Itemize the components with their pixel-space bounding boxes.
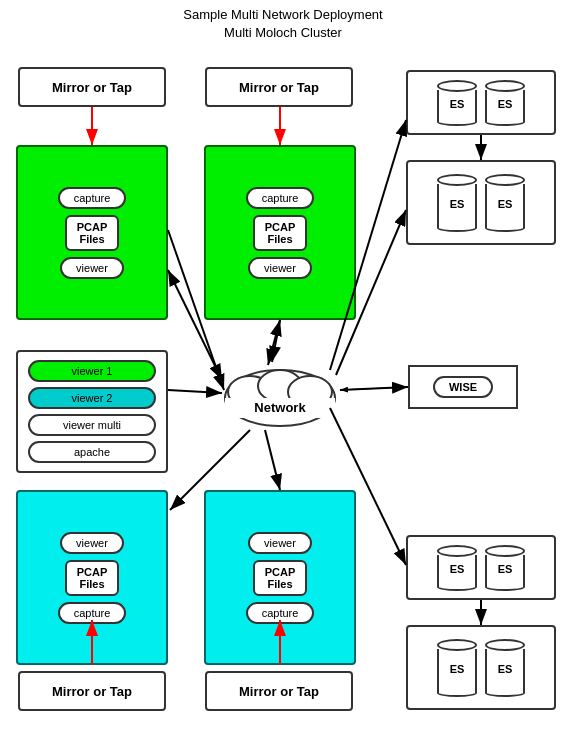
viewer2-label: viewer 2 — [28, 387, 156, 409]
cyl-top-5 — [437, 545, 477, 557]
cyl-bottom-8 — [485, 689, 525, 697]
cyl-body-8: ES — [485, 649, 525, 691]
viewers-box: viewer 1 viewer 2 viewer multi apache — [16, 350, 168, 473]
cyl-bottom-3 — [437, 224, 477, 232]
svg-line-21 — [265, 430, 280, 490]
viewer-label-green-left: viewer — [60, 257, 124, 279]
page-title: Sample Multi Network Deployment Multi Mo… — [0, 0, 566, 42]
svg-line-26 — [268, 320, 280, 365]
pcap-label-cyan-center: PCAPFiles — [253, 560, 308, 596]
cyl-body-7: ES — [437, 649, 477, 691]
capture-label-green-left: capture — [58, 187, 127, 209]
cyl-body-2: ES — [485, 90, 525, 120]
viewer-multi-label: viewer multi — [28, 414, 156, 436]
es-cylinder-5: ES — [437, 545, 477, 591]
pcap-label-green-center: PCAPFiles — [253, 215, 308, 251]
cyl-top-8 — [485, 639, 525, 651]
capture-label-cyan-left: capture — [58, 602, 127, 624]
mirror-bottom-center: Mirror or Tap — [205, 671, 353, 711]
cyl-top-7 — [437, 639, 477, 651]
es-cylinder-8: ES — [485, 639, 525, 697]
green-box-center: capture PCAPFiles viewer — [204, 145, 356, 320]
cyl-top — [437, 80, 477, 92]
cyan-box-center: viewer PCAPFiles capture — [204, 490, 356, 665]
cyl-bottom-2 — [485, 118, 525, 126]
es-cylinder-1: ES — [437, 80, 477, 126]
cyl-body-4: ES — [485, 184, 525, 226]
cyl-bottom-7 — [437, 689, 477, 697]
cyl-top-3 — [437, 174, 477, 186]
cyl-body-3: ES — [437, 184, 477, 226]
viewer-label-cyan-left: viewer — [60, 532, 124, 554]
mirror-top-left: Mirror or Tap — [18, 67, 166, 107]
cyl-bottom-5 — [437, 583, 477, 591]
es-group-bottom-right-bottom: ES ES — [406, 625, 556, 710]
cyl-body: ES — [437, 90, 477, 120]
es-cylinder-4: ES — [485, 174, 525, 232]
apache-label: apache — [28, 441, 156, 463]
mirror-top-center: Mirror or Tap — [205, 67, 353, 107]
es-cylinder-6: ES — [485, 545, 525, 591]
cyl-body-5: ES — [437, 555, 477, 585]
cyl-top-4 — [485, 174, 525, 186]
mirror-bottom-left: Mirror or Tap — [18, 671, 166, 711]
svg-text:Network: Network — [254, 400, 306, 415]
viewer1-label: viewer 1 — [28, 360, 156, 382]
es-cylinder-7: ES — [437, 639, 477, 697]
es-group-bottom-right-top: ES ES — [406, 535, 556, 600]
svg-line-14 — [272, 320, 280, 362]
wise-box: WISE — [408, 365, 518, 409]
green-box-left: capture PCAPFiles viewer — [16, 145, 168, 320]
cyl-bottom-4 — [485, 224, 525, 232]
svg-line-15 — [168, 390, 222, 393]
es-cylinder-2: ES — [485, 80, 525, 126]
es-group-top-right: ES ES — [406, 70, 556, 135]
cyl-body-6: ES — [485, 555, 525, 585]
wise-label: WISE — [433, 376, 493, 398]
svg-line-16 — [340, 387, 408, 390]
svg-line-17 — [340, 387, 408, 390]
viewer-label-green-center: viewer — [248, 257, 312, 279]
cyl-bottom-6 — [485, 583, 525, 591]
network-cloud: Network — [220, 360, 340, 430]
cyl-bottom — [437, 118, 477, 126]
es-group-mid-right: ES ES — [406, 160, 556, 245]
pcap-label-cyan-left: PCAPFiles — [65, 560, 120, 596]
cyl-top-6 — [485, 545, 525, 557]
viewer-label-cyan-center: viewer — [248, 532, 312, 554]
pcap-label-green-left: PCAPFiles — [65, 215, 120, 251]
capture-label-cyan-center: capture — [246, 602, 315, 624]
capture-label-green-center: capture — [246, 187, 315, 209]
es-cylinder-3: ES — [437, 174, 477, 232]
cyan-box-left: viewer PCAPFiles capture — [16, 490, 168, 665]
cyl-top-2 — [485, 80, 525, 92]
